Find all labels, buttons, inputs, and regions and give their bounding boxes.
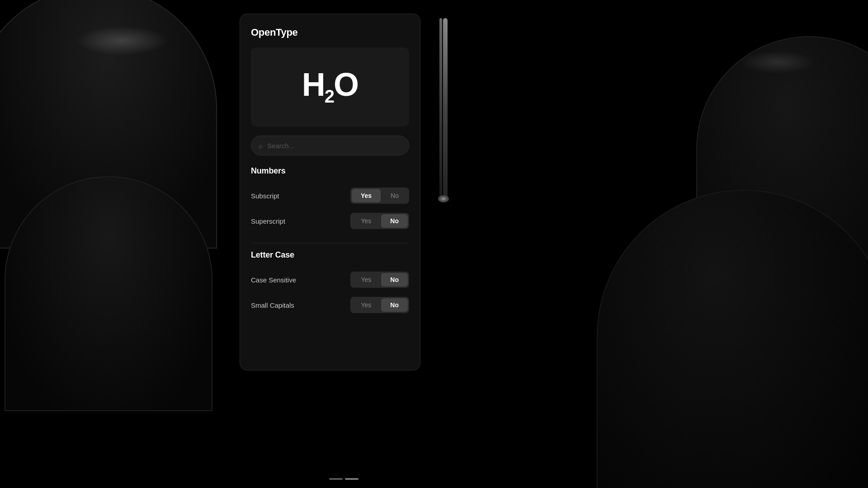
small-capitals-row: Small Capitals Yes No — [251, 292, 409, 318]
opentype-panel: OpenType H2O ⌕ Numbers Subscript Yes No … — [240, 14, 420, 371]
bg-bar-right-top — [443, 18, 448, 199]
letter-case-section: Letter Case Case Sensitive Yes No Small … — [251, 250, 409, 318]
case-sensitive-label: Case Sensitive — [251, 276, 296, 284]
bg-arc-right-top — [696, 36, 868, 307]
superscript-label: Superscript — [251, 217, 285, 225]
panel-title: OpenType — [251, 27, 409, 38]
search-box[interactable]: ⌕ — [251, 136, 409, 155]
subscript-label: Subscript — [251, 192, 279, 200]
letter-case-section-title: Letter Case — [251, 250, 409, 260]
bg-arc-left-bottom — [5, 176, 212, 411]
superscript-row: Superscript Yes No — [251, 208, 409, 234]
subscript-row: Subscript Yes No — [251, 183, 409, 208]
scroll-indicators — [329, 478, 359, 480]
subscript-no-button[interactable]: No — [382, 189, 408, 202]
glow-right-top — [737, 50, 818, 75]
bg-bar-right-top2 — [439, 18, 442, 199]
superscript-no-button[interactable]: No — [381, 214, 408, 228]
indicator-2 — [345, 478, 359, 480]
bg-knob-right — [438, 195, 449, 202]
search-icon: ⌕ — [259, 142, 263, 150]
case-sensitive-no-button[interactable]: No — [381, 273, 408, 286]
preview-box: H2O — [251, 47, 409, 127]
superscript-toggle-group: Yes No — [350, 213, 409, 229]
small-capitals-yes-button[interactable]: Yes — [352, 298, 380, 312]
bg-arc-left-top — [0, 0, 217, 249]
background-decoration — [0, 0, 868, 488]
superscript-yes-button[interactable]: Yes — [352, 214, 380, 228]
preview-o: O — [334, 66, 358, 103]
small-capitals-toggle-group: Yes No — [350, 297, 409, 313]
case-sensitive-row: Case Sensitive Yes No — [251, 267, 409, 292]
section-separator — [251, 243, 409, 243]
small-capitals-label: Small Capitals — [251, 301, 294, 309]
numbers-section-title: Numbers — [251, 166, 409, 176]
preview-h: H — [302, 66, 325, 103]
glow-left-top — [72, 25, 172, 56]
case-sensitive-toggle-group: Yes No — [350, 272, 409, 288]
subscript-yes-button[interactable]: Yes — [352, 189, 381, 202]
case-sensitive-yes-button[interactable]: Yes — [352, 273, 380, 286]
preview-subscript: 2 — [325, 87, 334, 107]
small-capitals-no-button[interactable]: No — [381, 298, 408, 312]
bg-arc-right-bottom — [597, 190, 868, 488]
subscript-toggle-group: Yes No — [350, 188, 409, 204]
indicator-1 — [329, 478, 343, 480]
search-input[interactable] — [267, 142, 401, 150]
preview-text: H2O — [302, 68, 358, 105]
numbers-section: Numbers Subscript Yes No Superscript Yes… — [251, 166, 409, 234]
